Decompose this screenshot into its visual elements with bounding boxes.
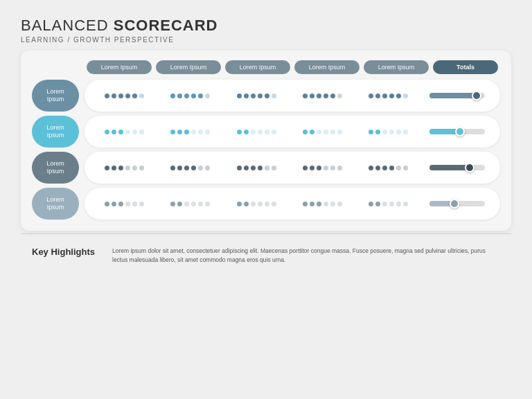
empty-dot [337,94,342,98]
data-row-3: LoremIpsum [32,188,500,220]
filled-dot [191,94,196,98]
col-header-3: Lorem Ipsum [294,60,360,74]
dot-cell-2-1 [157,166,223,170]
column-headers: Lorem IpsumLorem IpsumLorem IpsumLorem I… [85,60,500,74]
data-row-0: LoremIpsum [32,80,500,112]
filled-dot [382,94,387,98]
empty-dot [396,166,401,170]
filled-dot [170,202,175,206]
empty-dot [396,202,401,206]
filled-dot [125,94,130,98]
filled-dot [389,94,394,98]
dot-cell-1-0 [91,130,157,134]
empty-dot [251,130,256,134]
empty-dot [403,94,408,98]
filled-dot [369,166,373,170]
empty-dot [191,202,196,206]
filled-dot [112,202,116,206]
empty-dot [205,166,210,170]
subtitle: LEARNING / GROWTH PERSPECTIVE [21,36,511,44]
empty-dot [139,130,144,134]
dot-cell-1-2 [224,130,290,134]
filled-dot [170,130,175,134]
filled-dot [177,94,182,98]
filled-dot [317,94,321,98]
filled-dot [375,130,380,134]
empty-dot [198,202,203,206]
content-area: Lorem IpsumLorem IpsumLorem IpsumLorem I… [21,51,511,231]
filled-dot [105,130,109,134]
filled-dot [310,94,314,98]
empty-dot [132,202,137,206]
filled-dot [265,94,269,98]
empty-dot [251,202,256,206]
empty-dot [337,166,342,170]
filled-dot [170,166,175,170]
filled-dot [303,166,308,170]
empty-dot [132,166,137,170]
title-bold: SCORECARD [114,17,218,34]
dot-cell-0-0 [91,94,157,98]
data-row-1: LoremIpsum [32,116,500,148]
dot-cell-0-3 [290,94,355,98]
empty-dot [258,202,263,206]
empty-dot [323,166,328,170]
filled-dot [184,94,189,98]
slider-fill-0 [429,93,477,98]
empty-dot [337,130,342,134]
row-label-3: LoremIpsum [32,188,79,220]
footer-divider [21,233,511,234]
dot-cell-3-1 [157,202,223,206]
row-data-panel-2 [85,152,500,184]
filled-dot [369,130,373,134]
dot-cell-2-2 [224,166,290,170]
filled-dot [310,166,314,170]
filled-dot [105,94,109,98]
col-header-2: Lorem Ipsum [225,60,290,74]
empty-dot [132,130,137,134]
col-header-0: Lorem Ipsum [87,60,152,74]
slider-fill-2 [429,165,470,170]
dot-cell-3-2 [224,202,290,206]
empty-dot [139,202,144,206]
filled-dot [330,94,335,98]
filled-dot [118,202,123,206]
filled-dot [369,202,373,206]
empty-dot [337,202,342,206]
dot-cell-1-3 [290,130,355,134]
empty-dot [205,94,210,98]
slider-track-2[interactable] [429,165,485,170]
filled-dot [310,130,314,134]
col-header-4: Lorem Ipsum [364,60,429,74]
dot-cell-3-0 [91,202,157,206]
empty-dot [139,166,144,170]
empty-dot [184,202,189,206]
dot-cell-3-3 [290,202,355,206]
empty-dot [396,130,401,134]
empty-dot [330,202,335,206]
filled-dot [369,94,373,98]
dot-cell-3-4 [355,202,421,206]
row-label-0: LoremIpsum [32,80,79,112]
empty-dot [198,166,203,170]
filled-dot [191,166,196,170]
filled-dot [251,94,256,98]
totals-slider-cell-1 [422,129,493,134]
slider-track-0[interactable] [429,93,485,98]
filled-dot [303,94,308,98]
empty-dot [330,130,335,134]
filled-dot [105,202,109,206]
row-label-2: LoremIpsum [32,152,79,184]
totals-slider-cell-0 [422,93,493,98]
filled-dot [375,202,380,206]
filled-dot [118,94,123,98]
empty-dot [272,202,276,206]
slider-track-3[interactable] [429,201,485,206]
col-header-5: Totals [433,60,498,74]
empty-dot [403,166,408,170]
slider-track-1[interactable] [429,129,485,134]
filled-dot [244,166,249,170]
totals-slider-cell-3 [422,201,493,206]
empty-dot [323,130,328,134]
empty-dot [403,130,408,134]
